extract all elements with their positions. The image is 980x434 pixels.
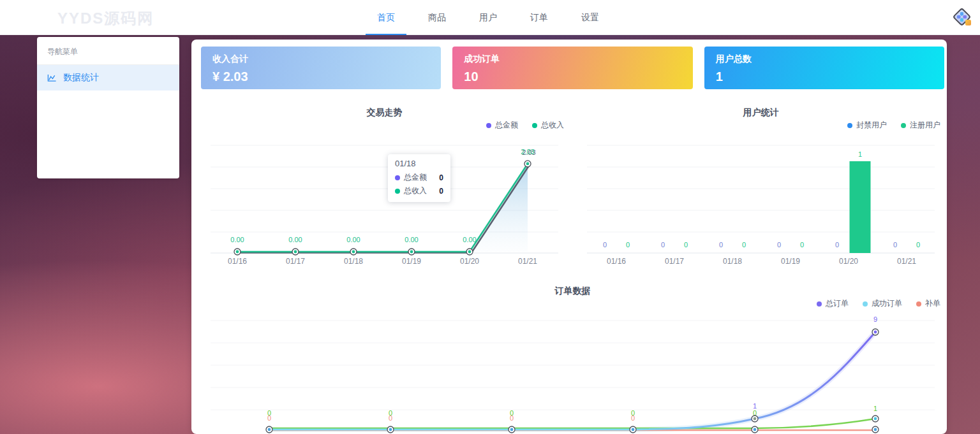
stat-card-title: 成功订单 (464, 54, 681, 65)
sidebar-menu: 数据统计 (37, 65, 179, 90)
dashboard-panel: 收入合计¥ 2.03成功订单10用户总数1 交易走势 总金额总收入 0.000.… (191, 40, 947, 434)
svg-text:01/18: 01/18 (723, 257, 742, 266)
chart-title: 交易走势 (201, 107, 568, 119)
user-stats-chart[interactable]: 00000000010001/1601/1701/1801/1901/2001/… (577, 141, 944, 269)
trade-trend-chart-block: 交易走势 总金额总收入 0.000.000.000.000.002.032.03… (201, 103, 568, 269)
order-data-chart-block: 订单数据 总订单成功订单补单 00000000001091 (201, 282, 944, 434)
svg-text:0: 0 (684, 241, 688, 249)
line-chart-icon (47, 73, 57, 83)
svg-text:01/19: 01/19 (781, 257, 800, 266)
stat-card-income: 收入合计¥ 2.03 (201, 47, 441, 89)
top-navbar: YYDS源码网 首页商品用户订单设置 (0, 0, 980, 35)
series-dot-icon (486, 123, 491, 128)
legend-label: 封禁用户 (856, 120, 887, 131)
sidebar-item-data-stats[interactable]: 数据统计 (37, 65, 179, 90)
svg-text:1: 1 (873, 405, 877, 412)
stat-cards-row: 收入合计¥ 2.03成功订单10用户总数1 (201, 47, 944, 89)
chart-tooltip: 01/18 总金额 0 总收入 0 (388, 154, 450, 202)
svg-text:01/17: 01/17 (286, 257, 305, 266)
stat-card-value: 1 (716, 69, 933, 84)
trade-trend-chart[interactable]: 0.000.000.000.000.002.032.0301/1601/1701… (201, 141, 568, 269)
svg-text:0: 0 (626, 241, 630, 249)
svg-text:0: 0 (631, 414, 635, 422)
svg-text:01/20: 01/20 (460, 257, 479, 266)
user-avatar[interactable] (953, 8, 971, 26)
svg-text:01/21: 01/21 (518, 257, 537, 266)
tooltip-value: 0 (439, 187, 443, 196)
svg-text:0: 0 (800, 241, 804, 249)
series-dot-icon (863, 301, 868, 307)
svg-text:1: 1 (858, 150, 862, 158)
svg-text:0.00: 0.00 (463, 236, 476, 243)
svg-text:0: 0 (719, 241, 723, 249)
chart-title: 订单数据 (201, 286, 944, 297)
svg-text:9: 9 (873, 315, 877, 323)
order-data-chart[interactable]: 00000000001091 (201, 307, 944, 434)
page: YYDS源码网 首页商品用户订单设置 导航菜单 数据统计 收入合计¥ 2.03成… (0, 0, 980, 434)
tooltip-row: 总金额 0 (395, 172, 443, 183)
legend-label: 总金额 (495, 120, 518, 131)
svg-text:01/21: 01/21 (897, 257, 916, 266)
stat-card-users: 用户总数1 (704, 47, 944, 89)
chart-legend: 封禁用户注册用户 (847, 120, 940, 131)
legend-item[interactable]: 总收入 (532, 120, 564, 131)
legend-item[interactable]: 注册用户 (901, 120, 940, 131)
svg-text:0.00: 0.00 (288, 236, 302, 243)
chart-legend: 总金额总收入 (486, 120, 564, 131)
tooltip-label: 总收入 (404, 185, 427, 196)
series-dot-icon (916, 301, 921, 307)
svg-text:01/16: 01/16 (228, 257, 247, 266)
svg-text:0: 0 (510, 414, 514, 422)
svg-text:0: 0 (835, 241, 839, 249)
stat-card-orders: 成功订单10 (452, 47, 692, 89)
tooltip-title: 01/18 (395, 159, 443, 168)
svg-text:0: 0 (742, 241, 746, 249)
svg-text:0: 0 (389, 414, 392, 422)
legend-label: 注册用户 (910, 120, 940, 131)
svg-text:01/17: 01/17 (665, 257, 684, 266)
svg-text:0: 0 (916, 241, 920, 249)
series-dot-icon (847, 123, 852, 128)
svg-text:0: 0 (603, 241, 607, 249)
svg-text:0.00: 0.00 (346, 236, 360, 243)
series-dot-icon (901, 123, 906, 128)
svg-text:0: 0 (777, 241, 781, 249)
svg-text:0: 0 (893, 241, 897, 249)
svg-text:01/18: 01/18 (344, 257, 363, 266)
series-dot-icon (817, 301, 822, 307)
main-nav: 首页商品用户订单设置 (360, 0, 616, 35)
tooltip-value: 0 (439, 173, 443, 182)
series-dot-icon (395, 189, 400, 194)
tooltip-row: 总收入 0 (395, 185, 443, 196)
series-dot-icon (395, 175, 400, 180)
svg-text:1: 1 (753, 402, 757, 410)
sidebar-title: 导航菜单 (37, 37, 179, 65)
svg-text:0.00: 0.00 (230, 236, 244, 243)
svg-text:01/16: 01/16 (607, 257, 626, 266)
legend-label: 总收入 (541, 120, 564, 131)
nav-item-orders[interactable]: 订单 (514, 0, 565, 35)
svg-text:0.00: 0.00 (405, 236, 418, 243)
avatar-badge-icon (965, 20, 971, 25)
chart-title: 用户统计 (577, 107, 944, 119)
sidebar-item-label: 数据统计 (63, 72, 99, 83)
logo[interactable]: YYDS源码网 (57, 8, 154, 29)
stat-card-title: 用户总数 (716, 54, 933, 65)
nav-item-settings[interactable]: 设置 (565, 0, 616, 35)
stat-card-value: 10 (464, 69, 681, 84)
series-dot-icon (532, 123, 537, 128)
nav-item-home[interactable]: 首页 (360, 0, 412, 35)
legend-item[interactable]: 封禁用户 (847, 120, 887, 131)
stat-card-title: 收入合计 (212, 54, 429, 65)
svg-text:0: 0 (267, 414, 271, 422)
sidebar: 导航菜单 数据统计 (37, 37, 179, 178)
nav-item-goods[interactable]: 商品 (412, 0, 463, 35)
tooltip-label: 总金额 (404, 172, 427, 183)
nav-item-users[interactable]: 用户 (463, 0, 514, 35)
user-stats-chart-block: 用户统计 封禁用户注册用户 00000000010001/1601/1701/1… (577, 103, 944, 269)
legend-item[interactable]: 总金额 (486, 120, 518, 131)
svg-text:2.03: 2.03 (521, 148, 534, 156)
svg-text:0: 0 (661, 241, 665, 249)
stat-card-value: ¥ 2.03 (212, 69, 429, 84)
svg-text:01/19: 01/19 (402, 257, 421, 266)
